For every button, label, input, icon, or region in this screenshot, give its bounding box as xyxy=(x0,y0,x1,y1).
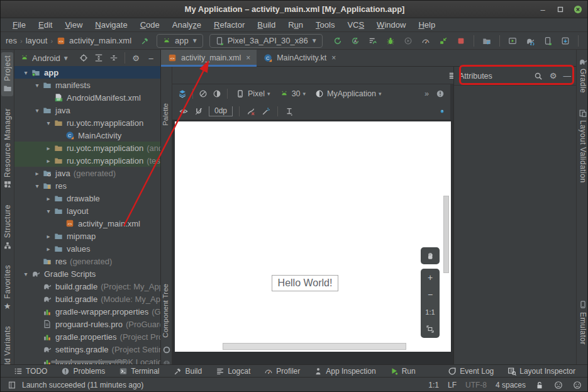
tool-tab-favorites[interactable]: Favorites★ xyxy=(1,262,13,314)
breadcrumb-layout[interactable]: layout xyxy=(26,36,48,45)
collapse-all-icon[interactable] xyxy=(107,52,121,64)
theme-select[interactable]: MyApplication ▾ xyxy=(312,88,384,99)
menu-tools[interactable]: Tools xyxy=(310,20,340,30)
bottom-tab-app-inspection[interactable]: App Inspection xyxy=(314,367,375,376)
tree-item-build-gradle-project-my-application-[interactable]: build.gradle(Project: My_Application) xyxy=(14,280,160,293)
hide-panel-button[interactable]: — xyxy=(563,72,572,81)
stop-icon[interactable] xyxy=(453,34,469,48)
profiler-sessions-icon[interactable] xyxy=(479,34,494,48)
chevron-right-icon[interactable]: ▸ xyxy=(43,157,53,164)
tree-item-manifests[interactable]: ▾manifests xyxy=(14,79,160,91)
zoom-fit-button[interactable] xyxy=(421,321,440,339)
minimize-button[interactable]: – xyxy=(537,4,548,15)
profile-icon[interactable] xyxy=(418,34,433,48)
component-tree-tab[interactable]: Component Tree xyxy=(162,284,169,338)
tree-item-gradle-properties-project-properties-[interactable]: gradle.properties(Project Properties) xyxy=(14,330,160,343)
sync-project-with-gradle-icon[interactable] xyxy=(523,34,538,48)
breadcrumb-activity-main-xml[interactable]: activity_main.xml xyxy=(69,36,131,45)
tool-tab-project[interactable]: Project xyxy=(1,52,13,96)
orientation-icon[interactable] xyxy=(198,89,208,99)
chevron-down-icon[interactable]: ▾ xyxy=(32,82,42,89)
tree-item-ru-yotc-myapplication-test-[interactable]: ▸ru.yotc.myapplication(test) xyxy=(14,154,160,167)
run-configuration-select[interactable]: app ▼ xyxy=(157,34,203,48)
close-icon[interactable]: × xyxy=(331,53,336,62)
build-hammer-icon[interactable] xyxy=(140,36,150,46)
bottom-tab-layout-inspector[interactable]: Layout Inspector xyxy=(508,367,575,376)
menu-run[interactable]: Run xyxy=(282,20,309,30)
tree-item-res[interactable]: ▾res xyxy=(14,179,160,192)
face-status-1-icon[interactable] xyxy=(553,380,563,390)
canvas-horizontal-scrollbar[interactable] xyxy=(223,343,406,350)
editor-tab-mainactivity-kt[interactable]: CMainActivity.kt× xyxy=(257,50,342,66)
tree-item-drawable[interactable]: ▸drawable xyxy=(14,192,160,204)
autoconnect-off-icon[interactable] xyxy=(194,106,204,116)
menu-code[interactable]: Code xyxy=(135,20,165,30)
apply-code-changes-icon[interactable] xyxy=(365,34,380,48)
search-everywhere-icon[interactable] xyxy=(584,34,588,48)
pan-hand-button[interactable] xyxy=(421,247,440,264)
bottom-tab-problems[interactable]: Problems xyxy=(61,367,105,376)
view-options-icon[interactable] xyxy=(179,106,189,116)
menu-analyze[interactable]: Analyze xyxy=(167,20,207,30)
tree-item-mainactivity[interactable]: CMainActivity xyxy=(14,129,160,142)
tree-item-layout[interactable]: ▾layout xyxy=(14,204,160,217)
chevron-right-icon[interactable]: ▸ xyxy=(43,145,53,152)
pack-align-icon[interactable] xyxy=(284,106,294,116)
device-select[interactable]: Pixel_3a_API_30_x86 ▼ xyxy=(209,34,323,48)
design-surface-icon[interactable] xyxy=(177,89,187,99)
tree-item-proguard-rules-pro-proguard-rules-for-app-[interactable]: proguard-rules.pro(ProGuard Rules for ap… xyxy=(14,318,160,330)
status-1-1[interactable]: 1:1 xyxy=(428,381,439,389)
chevron-down-icon[interactable]: ▾ xyxy=(32,182,42,189)
tool-tab-resource-manager[interactable]: Resource Manager xyxy=(1,105,13,193)
tree-item-build-gradle-module-my-application-app-[interactable]: build.gradle(Module: My_Application.app) xyxy=(14,293,160,305)
bottom-tab-run[interactable]: Run xyxy=(390,367,416,376)
tree-item-gradle-scripts[interactable]: ▾Gradle Scripts xyxy=(14,267,160,280)
tool-tab-gradle[interactable]: Gradle xyxy=(577,53,588,96)
chevron-down-icon[interactable]: ▾ xyxy=(21,271,31,277)
sdk-manager-icon[interactable] xyxy=(558,34,573,48)
issues-icon[interactable] xyxy=(435,89,445,99)
bottom-tab-logcat[interactable]: Logcat xyxy=(216,367,250,376)
tree-item-values[interactable]: ▸values xyxy=(14,242,160,255)
tree-item-activity-main-xml[interactable]: <>activity_main.xml xyxy=(14,217,160,230)
tree-item-androidmanifest-xml[interactable]: MFAndroidManifest.xml xyxy=(14,91,160,104)
menu-view[interactable]: View xyxy=(59,20,88,30)
chevron-right-icon[interactable]: ▸ xyxy=(43,233,53,240)
rerun-icon[interactable] xyxy=(330,34,345,48)
profile-disabled-icon[interactable] xyxy=(401,34,416,48)
bottom-tab-profiler[interactable]: Profiler xyxy=(264,367,300,376)
device-in-editor-select[interactable]: Pixel ▾ xyxy=(233,88,273,99)
face-status-2-icon[interactable] xyxy=(572,380,582,390)
device-manager-icon[interactable] xyxy=(540,34,555,48)
overflow-chevrons-icon[interactable]: » xyxy=(424,89,429,98)
chevron-right-icon[interactable]: ▸ xyxy=(43,195,53,202)
menu-window[interactable]: Window xyxy=(371,20,411,30)
default-margin-select[interactable]: 0dp xyxy=(209,106,233,116)
status-4-spaces[interactable]: 4 spaces xyxy=(496,381,526,389)
chevron-down-icon[interactable]: ▾ xyxy=(43,120,53,126)
tree-item-gradle-wrapper-properties-gradle-version-[interactable]: gradle-wrapper.properties(Gradle Version… xyxy=(14,305,160,318)
menu-vcs[interactable]: VCS xyxy=(341,20,370,30)
api-version-select[interactable]: 30 ▾ xyxy=(277,88,308,99)
project-scrollbar[interactable] xyxy=(51,361,126,363)
lock-icon[interactable] xyxy=(535,380,545,390)
zoom-out-button[interactable]: − xyxy=(421,286,440,304)
menu-help[interactable]: Help xyxy=(413,20,441,30)
chevron-right-icon[interactable]: ▸ xyxy=(43,245,53,252)
locate-file-icon[interactable] xyxy=(77,52,91,64)
status-lf[interactable]: LF xyxy=(448,381,457,389)
tree-item-java[interactable]: ▾java xyxy=(14,104,160,116)
tree-item-java-generated-[interactable]: ▸java(generated) xyxy=(14,167,160,179)
restore-button[interactable] xyxy=(555,4,566,15)
textview-hello-world[interactable]: Hello World! xyxy=(272,275,338,291)
status-utf-8[interactable]: UTF-8 xyxy=(465,381,487,389)
chevron-down-icon[interactable]: ▾ xyxy=(43,208,53,215)
chevron-down-icon[interactable]: ▾ xyxy=(21,69,31,76)
editor-tab-activity-main-xml[interactable]: <>activity_main.xml× xyxy=(161,50,257,66)
chevron-right-icon[interactable]: ▸ xyxy=(32,170,42,177)
tree-item-ru-yotc-myapplication[interactable]: ▾ru.yotc.myapplication xyxy=(14,116,160,129)
close-button[interactable] xyxy=(572,4,584,15)
bottom-tab-terminal[interactable]: Terminal xyxy=(119,367,159,376)
palette-tab[interactable]: Palette xyxy=(162,103,169,126)
zoom-in-button[interactable]: + xyxy=(421,269,440,286)
